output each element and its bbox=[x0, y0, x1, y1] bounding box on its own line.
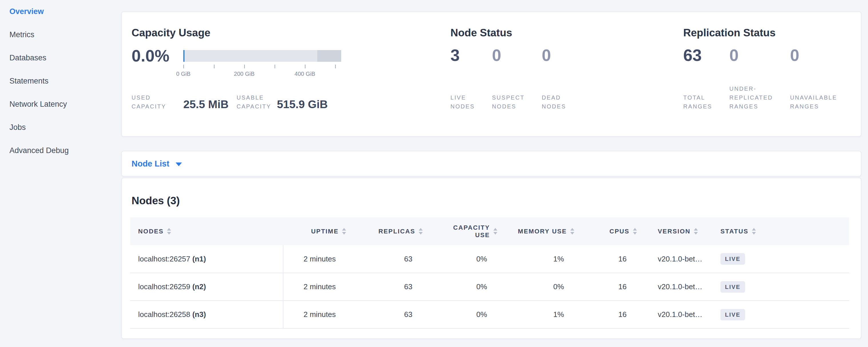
node-address[interactable]: localhost:26257 bbox=[138, 255, 190, 263]
live-nodes-value: 3 bbox=[451, 44, 475, 84]
status-badge: LIVE bbox=[720, 281, 745, 293]
sidebar-nav: Overview Metrics Databases Statements Ne… bbox=[0, 0, 121, 162]
axis-tick bbox=[183, 65, 184, 68]
sidebar-item-metrics[interactable]: Metrics bbox=[9, 23, 121, 46]
status-cell: LIVE bbox=[714, 301, 849, 328]
under-replicated-ranges-label: UNDER- REPLICATED RANGES bbox=[729, 84, 773, 111]
cpus-cell: 16 bbox=[580, 273, 643, 301]
node-address-cell[interactable]: localhost:26257 (n1) bbox=[130, 245, 283, 273]
suspect-nodes-value: 0 bbox=[492, 44, 525, 84]
sidebar-item-overview[interactable]: Overview bbox=[9, 0, 121, 23]
uptime-cell: 2 minutes bbox=[283, 245, 352, 273]
memory-use-cell: 0% bbox=[503, 273, 580, 301]
table-row: localhost:26258 (n3) 2 minutes 63 0% 1% … bbox=[130, 301, 849, 328]
cpus-cell: 16 bbox=[580, 301, 643, 328]
status-badge: LIVE bbox=[720, 309, 745, 320]
uptime-cell: 2 minutes bbox=[283, 301, 352, 328]
sidebar-item-advanced-debug[interactable]: Advanced Debug bbox=[9, 139, 121, 162]
capacity-usage-title: Capacity Usage bbox=[131, 27, 451, 39]
table-row: localhost:26257 (n1) 2 minutes 63 0% 1% … bbox=[130, 245, 849, 273]
node-list-dropdown-label: Node List bbox=[131, 159, 169, 168]
replicas-cell: 63 bbox=[352, 273, 428, 301]
node-status-panel: Node Status 3 LIVE NODES 0 SUSPECT NODES… bbox=[451, 27, 683, 136]
sort-icon[interactable] bbox=[570, 228, 574, 234]
capacity-stats: USED CAPACITY 25.5 MiB USABLE CAPACITY 5… bbox=[131, 84, 451, 111]
status-cell: LIVE bbox=[714, 273, 849, 301]
sort-icon[interactable] bbox=[419, 228, 423, 234]
axis-tick-label: 400 GiB bbox=[294, 71, 315, 77]
sort-icon[interactable] bbox=[493, 228, 497, 234]
total-ranges-value: 63 bbox=[683, 44, 712, 84]
column-header-nodes[interactable]: NODES bbox=[130, 217, 283, 245]
sort-icon[interactable] bbox=[342, 228, 346, 234]
node-address[interactable]: localhost:26258 bbox=[138, 310, 190, 319]
sort-icon[interactable] bbox=[752, 228, 756, 234]
dead-nodes-label: DEAD NODES bbox=[542, 84, 566, 111]
node-address-cell[interactable]: localhost:26259 (n2) bbox=[130, 273, 283, 301]
node-id: (n2) bbox=[192, 282, 206, 291]
node-status-title: Node Status bbox=[451, 27, 683, 39]
live-nodes-label: LIVE NODES bbox=[451, 84, 475, 111]
column-header-status[interactable]: STATUS bbox=[714, 217, 849, 245]
node-id: (n3) bbox=[192, 310, 206, 319]
column-header-version[interactable]: VERSION bbox=[643, 217, 714, 245]
version-cell: v20.1.0-bet… bbox=[643, 301, 714, 328]
caret-down-icon bbox=[176, 162, 182, 166]
table-row: localhost:26259 (n2) 2 minutes 63 0% 0% … bbox=[130, 273, 849, 301]
sidebar-item-jobs[interactable]: Jobs bbox=[9, 116, 121, 139]
capacity-bar-used-segment bbox=[183, 50, 184, 62]
memory-use-cell: 1% bbox=[503, 245, 580, 273]
node-address-cell[interactable]: localhost:26258 (n3) bbox=[130, 301, 283, 328]
axis-tick-label: 200 GiB bbox=[234, 71, 254, 77]
suspect-nodes-stat: 0 SUSPECT NODES bbox=[492, 39, 525, 111]
axis-tick bbox=[244, 65, 245, 68]
capacity-bar-usable-segment bbox=[183, 50, 341, 62]
cpus-cell: 16 bbox=[580, 245, 643, 273]
replication-status-title: Replication Status bbox=[683, 27, 861, 39]
status-cell: LIVE bbox=[714, 245, 849, 273]
usable-capacity-label: USABLE CAPACITY bbox=[237, 84, 271, 111]
node-address[interactable]: localhost:26259 bbox=[138, 282, 190, 291]
column-header-memory-use[interactable]: MEMORY USE bbox=[503, 217, 580, 245]
unavailable-ranges-value: 0 bbox=[790, 44, 837, 84]
status-badge: LIVE bbox=[720, 253, 745, 264]
column-header-capacity-use[interactable]: CAPACITY USE bbox=[428, 217, 503, 245]
dead-nodes-stat: 0 DEAD NODES bbox=[542, 39, 566, 111]
node-list-dropdown[interactable]: Node List bbox=[131, 159, 182, 168]
replicas-cell: 63 bbox=[352, 301, 428, 328]
replication-status-panel: Replication Status 63 TOTAL RANGES 0 UND… bbox=[683, 27, 861, 136]
sidebar-item-statements[interactable]: Statements bbox=[9, 69, 121, 93]
axis-tick bbox=[214, 65, 215, 68]
unavailable-ranges-stat: 0 UNAVAILABLE RANGES bbox=[790, 39, 837, 111]
axis-tick-label: 0 GiB bbox=[176, 71, 190, 77]
capacity-use-cell: 0% bbox=[428, 273, 503, 301]
capacity-usage-panel: Capacity Usage 0.0% 0 GiB 200 GiB 400 Gi… bbox=[131, 27, 451, 136]
total-ranges-label: TOTAL RANGES bbox=[683, 84, 712, 111]
used-capacity-label: USED CAPACITY bbox=[131, 84, 183, 111]
sidebar-item-databases[interactable]: Databases bbox=[9, 46, 121, 69]
suspect-nodes-label: SUSPECT NODES bbox=[492, 84, 525, 111]
axis-tick bbox=[275, 65, 275, 68]
replication-status-stats: 63 TOTAL RANGES 0 UNDER- REPLICATED RANG… bbox=[683, 39, 861, 111]
sort-icon[interactable] bbox=[167, 228, 171, 234]
column-header-uptime[interactable]: UPTIME bbox=[283, 217, 352, 245]
sort-icon[interactable] bbox=[633, 228, 637, 234]
column-header-cpus[interactable]: CPUS bbox=[580, 217, 643, 245]
nodes-table-card: Nodes (3) NODES UPTIME bbox=[121, 178, 861, 339]
sidebar-item-network-latency[interactable]: Network Latency bbox=[9, 93, 121, 116]
uptime-cell: 2 minutes bbox=[283, 273, 352, 301]
axis-tick bbox=[305, 65, 305, 68]
node-status-stats: 3 LIVE NODES 0 SUSPECT NODES 0 DEAD NODE… bbox=[451, 39, 683, 111]
total-ranges-stat: 63 TOTAL RANGES bbox=[683, 39, 712, 111]
sort-icon[interactable] bbox=[694, 228, 698, 234]
usable-capacity-value: 515.9 GiB bbox=[277, 99, 328, 110]
capacity-bar-chart: 0 GiB 200 GiB 400 GiB bbox=[183, 50, 341, 84]
column-header-replicas[interactable]: REPLICAS bbox=[352, 217, 428, 245]
capacity-use-cell: 0% bbox=[428, 301, 503, 328]
nodes-table: NODES UPTIME REPLICAS bbox=[130, 217, 849, 329]
cluster-summary-card: Capacity Usage 0.0% 0 GiB 200 GiB 400 Gi… bbox=[121, 11, 861, 137]
node-list-card: Node List bbox=[121, 151, 861, 177]
axis-tick bbox=[335, 65, 336, 68]
capacity-bar-other-segment bbox=[317, 50, 341, 62]
capacity-gauge: 0.0% 0 GiB 200 GiB 400 GiB bbox=[131, 44, 451, 84]
